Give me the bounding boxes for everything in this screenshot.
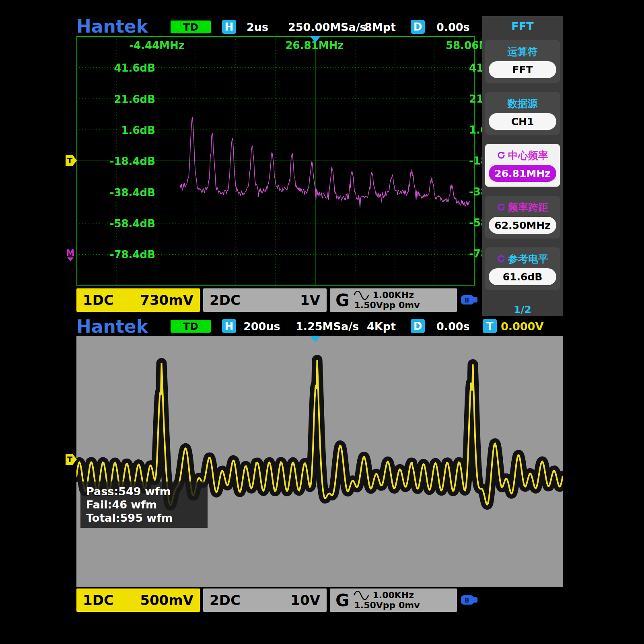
generator-badge[interactable]: G 1.00KHz 1.50Vpp 0mv	[330, 288, 457, 312]
menu-item-value[interactable]: 61.6dB	[489, 268, 556, 285]
svg-text:B: B	[465, 297, 469, 304]
ch1-scale: 730mV	[140, 292, 193, 308]
rotate-knob-icon	[497, 203, 506, 212]
down-arrow-icon	[67, 257, 74, 261]
fail-count: Fail:46 wfm	[86, 498, 202, 511]
db-axis-label: 21.6dB	[91, 93, 155, 105]
math-channel-label: M	[66, 249, 75, 257]
generator-frequency: 1.00KHz	[372, 290, 414, 300]
menu-page-indicator: 1/2	[482, 304, 563, 315]
rotate-knob-icon	[497, 254, 506, 263]
ch2-badge[interactable]: 2DC 10V	[203, 588, 327, 612]
ch2-scale: 1V	[300, 292, 320, 308]
memory-depth-readout: 4Kpt	[367, 320, 396, 333]
brand-logo: Hantek	[76, 316, 148, 337]
horizontal-icon: H	[222, 20, 236, 34]
menu-item-label: 运算符	[508, 45, 538, 58]
waveform-plot	[76, 336, 563, 587]
fft-menu-sidebar: FFT 运算符 FFT 数据源 CH1 中心频率 26.81MHz 频率跨距	[482, 16, 563, 316]
ch1-badge[interactable]: 1DC 500mV	[76, 588, 200, 612]
rotate-knob-icon	[497, 151, 506, 160]
ch1-label: 1DC	[83, 592, 114, 608]
delay-readout: 0.00s	[436, 21, 470, 33]
generator-badge[interactable]: G 1.00KHz 1.50Vpp 0mv	[330, 588, 457, 612]
trigger-position-marker[interactable]	[310, 36, 321, 43]
pass-fail-stats: Pass:549 wfm Fail:46 wfm Total:595 wfm	[80, 481, 208, 528]
menu-item-value[interactable]: 26.81MHz	[489, 165, 556, 182]
ch2-label: 2DC	[210, 592, 241, 608]
timebase-readout: 2us	[247, 21, 268, 33]
memory-depth-readout: 8Mpt	[364, 21, 396, 33]
horizontal-icon: H	[222, 319, 236, 333]
delay-icon: D	[411, 319, 425, 333]
sample-rate-readout: 250.00MSa/s	[288, 21, 366, 33]
menu-title: FFT	[482, 20, 563, 33]
trigger-level-marker[interactable]: T	[66, 155, 77, 166]
brand-logo: Hantek	[76, 16, 148, 37]
db-axis-label: -58.4dB	[91, 218, 155, 230]
generator-amplitude: 1.50Vpp 0mv	[353, 600, 420, 610]
db-axis-label: 41.6dB	[91, 62, 155, 74]
ch2-label: 2DC	[210, 292, 241, 308]
menu-item-label: 数据源	[508, 97, 538, 110]
generator-frequency: 1.00KHz	[372, 590, 414, 600]
fft-display-area: -4.44MHz 26.81MHz 41.6dB 21.6dB 1.6dB -1…	[76, 36, 475, 286]
ch1-label: 1DC	[83, 292, 114, 308]
menu-item-center-frequency[interactable]: 中心频率 26.81MHz	[485, 144, 560, 187]
waveform-display-area: Pass:549 wfm Fail:46 wfm Total:595 wfm	[76, 336, 563, 587]
menu-item-source[interactable]: 数据源 CH1	[485, 92, 560, 135]
menu-item-label: 频率跨距	[508, 201, 548, 214]
trigger-level-readout: 0.000V	[501, 320, 543, 333]
usb-icon: B	[460, 292, 479, 308]
generator-label: G	[335, 290, 349, 310]
trigger-icon: T	[483, 319, 497, 333]
menu-item-label: 中心频率	[508, 149, 548, 162]
ch2-badge[interactable]: 2DC 1V	[203, 288, 327, 312]
menu-item-operator[interactable]: 运算符 FFT	[485, 40, 560, 83]
svg-text:B: B	[465, 597, 469, 604]
total-count: Total:595 wfm	[86, 511, 202, 525]
sine-wave-icon	[353, 291, 369, 300]
freq-start-label: -4.44MHz	[117, 39, 197, 51]
acquire-mode-badge: TD	[171, 21, 211, 33]
math-channel-marker[interactable]: M	[65, 249, 76, 261]
menu-item-value[interactable]: CH1	[489, 113, 556, 130]
usb-icon: B	[460, 592, 479, 608]
menu-item-reference-level[interactable]: 参考电平 61.6dB	[485, 247, 560, 290]
ch2-scale: 10V	[290, 592, 320, 608]
db-axis-label: 1.6dB	[91, 124, 155, 136]
sample-rate-readout: 1.25MSa/s	[296, 320, 359, 333]
db-axis-label: -18.4dB	[91, 155, 155, 167]
db-axis-label: -78.4dB	[91, 249, 155, 261]
menu-item-value[interactable]: FFT	[489, 61, 556, 78]
delay-readout: 0.00s	[436, 320, 470, 333]
menu-item-value[interactable]: 62.50MHz	[489, 217, 556, 234]
acquire-mode-badge: TD	[171, 320, 211, 333]
timebase-readout: 200us	[243, 320, 280, 333]
pass-count: Pass:549 wfm	[86, 485, 202, 498]
db-axis-label: -38.4dB	[91, 187, 155, 199]
trigger-level-marker[interactable]: T	[66, 454, 77, 465]
generator-amplitude: 1.50Vpp 0mv	[353, 300, 420, 310]
ch1-badge[interactable]: 1DC 730mV	[76, 288, 200, 312]
ch1-scale: 500mV	[140, 592, 193, 608]
menu-item-frequency-span[interactable]: 频率跨距 62.50MHz	[485, 196, 560, 239]
menu-item-label: 参考电平	[508, 252, 548, 265]
sine-wave-icon	[353, 591, 369, 600]
delay-icon: D	[411, 20, 425, 34]
generator-label: G	[335, 591, 349, 610]
trigger-position-marker[interactable]	[310, 336, 321, 342]
